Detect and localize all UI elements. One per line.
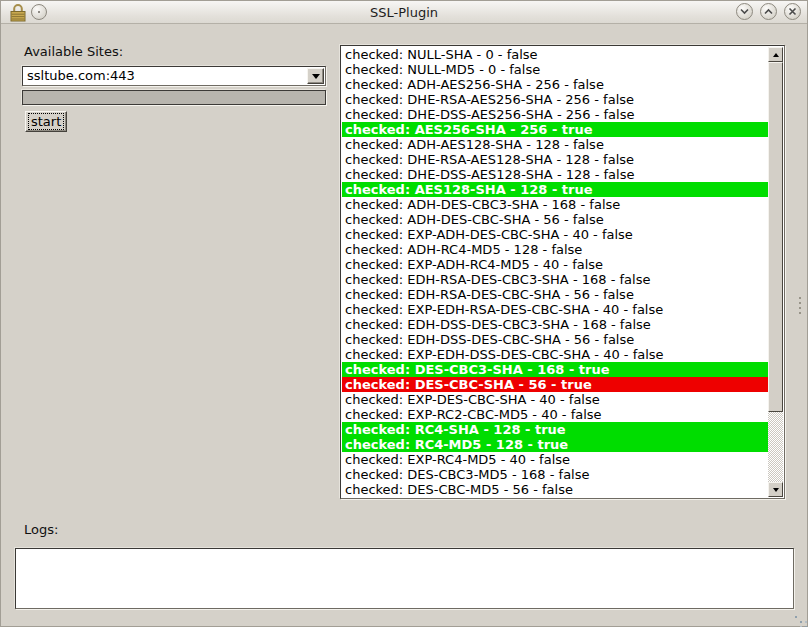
site-combobox[interactable]: ssltube.com:443 (22, 66, 326, 86)
site-combobox-value: ssltube.com:443 (27, 68, 305, 84)
list-item[interactable]: checked: DHE-RSA-AES256-SHA - 256 - fals… (342, 92, 768, 107)
maximize-button[interactable] (760, 3, 777, 20)
logs-label: Logs: (24, 522, 58, 537)
minimize-button[interactable] (736, 3, 753, 20)
list-item[interactable]: checked: ADH-AES128-SHA - 128 - false (342, 137, 768, 152)
window-title: SSL-Plugin (1, 5, 807, 20)
available-sites-label: Available Sites: (24, 44, 123, 59)
splitter-grip-dots (799, 297, 801, 299)
scroll-down-button[interactable] (768, 482, 783, 497)
chevron-down-icon (740, 8, 749, 15)
list-item[interactable]: checked: DES-CBC3-SHA - 168 - true (342, 362, 768, 377)
list-item[interactable]: checked: RC4-SHA - 128 - true (342, 422, 768, 437)
chevron-down-icon (312, 74, 320, 79)
progress-bar (22, 90, 326, 105)
dot-icon (38, 11, 40, 13)
titlebar[interactable]: SSL-Plugin (1, 1, 807, 24)
x-icon (788, 7, 797, 16)
triangle-down-icon (773, 488, 779, 492)
list-item[interactable]: checked: EXP-EDH-RSA-DES-CBC-SHA - 40 - … (342, 302, 768, 317)
list-item[interactable]: checked: AES128-SHA - 128 - true (342, 182, 768, 197)
start-button[interactable]: start (25, 111, 67, 132)
list-item[interactable]: checked: EXP-ADH-DES-CBC-SHA - 40 - fals… (342, 227, 768, 242)
list-item[interactable]: checked: EDH-DSS-DES-CBC3-SHA - 168 - fa… (342, 317, 768, 332)
scroll-up-button[interactable] (768, 47, 783, 62)
list-item[interactable]: checked: EXP-DES-CBC-SHA - 40 - false (342, 392, 768, 407)
list-item[interactable]: checked: EXP-ADH-RC4-MD5 - 40 - false (342, 257, 768, 272)
combo-dropdown-button[interactable] (307, 68, 324, 84)
list-item[interactable]: checked: EDH-RSA-DES-CBC-SHA - 56 - fals… (342, 287, 768, 302)
vertical-scrollbar[interactable] (768, 47, 783, 497)
list-item[interactable]: checked: AES256-SHA - 256 - true (342, 122, 768, 137)
list-item[interactable]: checked: EXP-RC2-CBC-MD5 - 40 - false (342, 407, 768, 422)
app-window: SSL-Plugin Available Sites: ssltube.com:… (0, 0, 808, 627)
resize-grip[interactable] (795, 616, 797, 618)
list-item[interactable]: checked: RC4-MD5 - 128 - true (342, 437, 768, 452)
list-item[interactable]: checked: DES-CBC3-MD5 - 168 - false (342, 467, 768, 482)
list-item[interactable]: checked: DHE-DSS-AES256-SHA - 256 - fals… (342, 107, 768, 122)
lock-icon (10, 3, 26, 22)
list-item[interactable]: checked: NULL-SHA - 0 - false (342, 47, 768, 62)
list-item[interactable]: checked: DHE-RSA-AES128-SHA - 128 - fals… (342, 152, 768, 167)
scrollbar-thumb[interactable] (768, 62, 783, 412)
list-item[interactable]: checked: EXP-EDH-DSS-DES-CBC-SHA - 40 - … (342, 347, 768, 362)
list-item[interactable]: checked: ADH-DES-CBC3-SHA - 168 - false (342, 197, 768, 212)
list-item[interactable]: checked: DES-CBC-SHA - 56 - true (342, 377, 768, 392)
list-item[interactable]: checked: ADH-RC4-MD5 - 128 - false (342, 242, 768, 257)
list-item[interactable]: checked: EDH-DSS-DES-CBC-SHA - 56 - fals… (342, 332, 768, 347)
cipher-results-list: checked: NULL-SHA - 0 - falsechecked: NU… (340, 45, 785, 499)
list-item[interactable]: checked: EXP-RC4-MD5 - 40 - false (342, 452, 768, 467)
start-button-label: start (28, 113, 64, 130)
close-button[interactable] (784, 3, 801, 20)
window-menu-button[interactable] (31, 4, 47, 20)
list-item[interactable]: checked: ADH-AES256-SHA - 256 - false (342, 77, 768, 92)
cipher-list-items: checked: NULL-SHA - 0 - falsechecked: NU… (342, 47, 768, 497)
triangle-up-icon (773, 53, 779, 57)
chevron-up-icon (764, 8, 773, 15)
scrollbar-track[interactable] (768, 62, 783, 482)
list-item[interactable]: checked: DHE-DSS-AES128-SHA - 128 - fals… (342, 167, 768, 182)
list-item[interactable]: checked: DES-CBC-MD5 - 56 - false (342, 482, 768, 497)
list-item[interactable]: checked: EDH-RSA-DES-CBC3-SHA - 168 - fa… (342, 272, 768, 287)
list-item[interactable]: checked: ADH-DES-CBC-SHA - 56 - false (342, 212, 768, 227)
logs-textarea[interactable] (15, 548, 794, 609)
list-item[interactable]: checked: NULL-MD5 - 0 - false (342, 62, 768, 77)
